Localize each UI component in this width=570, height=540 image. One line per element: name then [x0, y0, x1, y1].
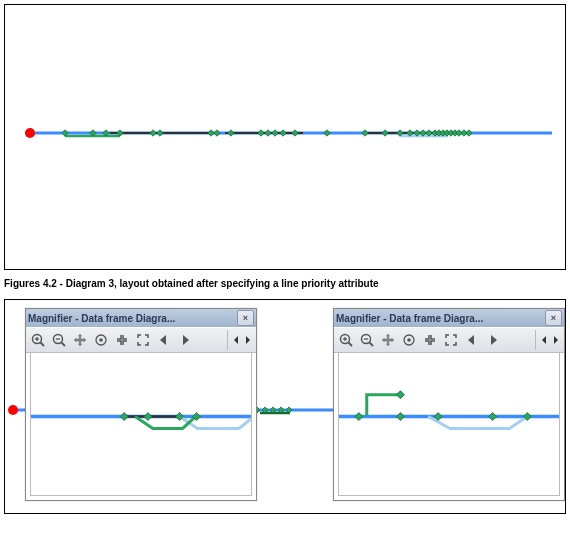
svg-marker-15 — [214, 130, 220, 136]
magnifier-titlebar[interactable]: Magnifier - Data frame Diagra... × — [26, 309, 256, 327]
zoom-out-icon — [52, 333, 66, 347]
svg-marker-24 — [382, 130, 388, 136]
fixed-zoom-in-icon — [423, 333, 437, 347]
svg-marker-22 — [324, 130, 330, 136]
svg-marker-20 — [280, 130, 286, 136]
svg-point-41 — [8, 405, 18, 415]
toolbar-scroll-left[interactable] — [230, 330, 242, 350]
forward-extent-button[interactable] — [175, 330, 195, 350]
magnifier-window-left: Magnifier - Data frame Diagra... × — [25, 308, 257, 501]
svg-marker-78 — [489, 413, 497, 421]
svg-marker-19 — [272, 130, 278, 136]
svg-marker-74 — [396, 391, 404, 399]
magnifier-window-right: Magnifier - Data frame Diagra... × — [333, 308, 565, 501]
svg-line-50 — [41, 343, 45, 347]
figure-caption: Figures 4.2 - Diagram 3, layout obtained… — [4, 278, 566, 289]
magnifier-right-svg — [339, 353, 559, 495]
chevron-left-icon — [232, 333, 240, 347]
svg-point-7 — [25, 128, 35, 138]
forward-icon — [178, 333, 192, 347]
back-icon — [465, 333, 479, 347]
svg-point-72 — [407, 338, 411, 342]
toolbar-scroll-right[interactable] — [550, 330, 562, 350]
magnifier-close-button[interactable]: × — [237, 310, 254, 326]
magnifier-title-text: Magnifier - Data frame Diagra... — [336, 313, 543, 324]
close-icon: × — [243, 314, 248, 323]
magnifier-left-svg — [31, 353, 251, 495]
forward-extent-button[interactable] — [483, 330, 503, 350]
svg-line-65 — [349, 343, 353, 347]
pan-button[interactable] — [378, 330, 398, 350]
back-extent-button[interactable] — [462, 330, 482, 350]
magnifier-right-body — [338, 352, 560, 496]
svg-line-69 — [370, 343, 374, 347]
svg-marker-23 — [362, 130, 368, 136]
fixed-zoom-out-button[interactable] — [441, 330, 461, 350]
zoom-out-icon — [360, 333, 374, 347]
svg-marker-16 — [228, 130, 234, 136]
magnifier-toolbar — [334, 327, 564, 353]
full-extent-icon — [94, 333, 108, 347]
zoom-in-icon — [31, 333, 45, 347]
svg-line-54 — [62, 343, 66, 347]
back-extent-button[interactable] — [154, 330, 174, 350]
svg-marker-61 — [144, 413, 152, 421]
pan-icon — [73, 333, 87, 347]
full-extent-button[interactable] — [91, 330, 111, 350]
svg-marker-75 — [355, 413, 363, 421]
fixed-zoom-out-icon — [136, 333, 150, 347]
svg-marker-76 — [396, 413, 404, 421]
pan-button[interactable] — [70, 330, 90, 350]
zoom-out-button[interactable] — [357, 330, 377, 350]
chevron-right-icon — [244, 333, 252, 347]
full-extent-button[interactable] — [399, 330, 419, 350]
fixed-zoom-out-icon — [444, 333, 458, 347]
svg-marker-21 — [292, 130, 298, 136]
svg-marker-60 — [120, 413, 128, 421]
diagram-top-svg — [5, 5, 565, 269]
svg-marker-38 — [466, 130, 472, 136]
chevron-left-icon — [540, 333, 548, 347]
magnifier-toolbar — [26, 327, 256, 353]
svg-marker-17 — [258, 130, 264, 136]
full-extent-icon — [402, 333, 416, 347]
zoom-in-icon — [339, 333, 353, 347]
forward-icon — [486, 333, 500, 347]
fixed-zoom-in-button[interactable] — [112, 330, 132, 350]
svg-marker-18 — [265, 130, 271, 136]
toolbar-scroll-left[interactable] — [538, 330, 550, 350]
back-icon — [157, 333, 171, 347]
diagram-bottom-panel: Magnifier - Data frame Diagra... × Magni… — [4, 299, 566, 514]
magnifier-titlebar[interactable]: Magnifier - Data frame Diagra... × — [334, 309, 564, 327]
fixed-zoom-in-icon — [115, 333, 129, 347]
chevron-right-icon — [552, 333, 560, 347]
fixed-zoom-out-button[interactable] — [133, 330, 153, 350]
svg-point-57 — [99, 338, 103, 342]
diagram-top-panel — [4, 4, 566, 270]
svg-marker-12 — [150, 130, 156, 136]
close-icon: × — [551, 314, 556, 323]
magnifier-title-text: Magnifier - Data frame Diagra... — [28, 313, 235, 324]
pan-icon — [381, 333, 395, 347]
zoom-in-button[interactable] — [336, 330, 356, 350]
zoom-out-button[interactable] — [49, 330, 69, 350]
magnifier-close-button[interactable]: × — [545, 310, 562, 326]
magnifier-left-body — [30, 352, 252, 496]
zoom-in-button[interactable] — [28, 330, 48, 350]
toolbar-scroll-right[interactable] — [242, 330, 254, 350]
fixed-zoom-in-button[interactable] — [420, 330, 440, 350]
svg-marker-13 — [157, 130, 163, 136]
